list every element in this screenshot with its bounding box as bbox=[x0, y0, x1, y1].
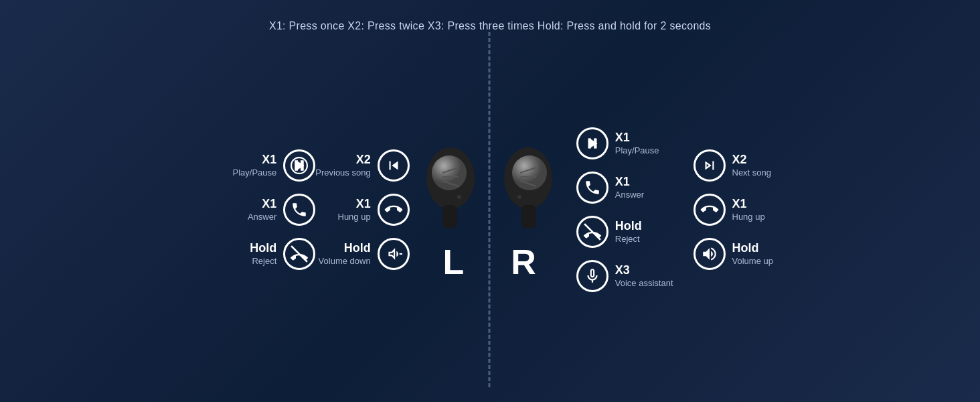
main-content: X1 Play/Pause X1 Answer Hold bbox=[0, 32, 980, 387]
right-reject: Hold Reject bbox=[576, 216, 642, 248]
right-panel: X1 Play/Pause X1 Answer Hold bbox=[563, 32, 980, 387]
right-answer: X1 Answer bbox=[576, 172, 644, 204]
phone-off-icon-left bbox=[283, 238, 315, 270]
left-panel: X1 Play/Pause X1 Answer Hold bbox=[0, 32, 416, 387]
right-voice: X3 Voice assistant bbox=[576, 260, 673, 292]
svg-point-13 bbox=[512, 155, 547, 190]
play-pause-icon-right bbox=[576, 127, 608, 159]
right-col1: X1 Play/Pause X1 Answer Hold bbox=[576, 127, 673, 292]
svg-rect-1 bbox=[295, 160, 298, 170]
center-divider bbox=[489, 32, 491, 387]
play-pause-icon-left bbox=[283, 149, 315, 182]
label-R: R bbox=[511, 242, 536, 282]
earbud-left-svg bbox=[422, 138, 479, 232]
left-vol-down: Hold Volume down bbox=[319, 238, 410, 270]
phone-icon-right-answer bbox=[576, 172, 608, 204]
svg-point-18 bbox=[517, 195, 521, 199]
legend-bar: X1: Press once X2: Press twice X3: Press… bbox=[0, 0, 980, 32]
svg-rect-17 bbox=[521, 205, 536, 228]
left-hung-up: X1 Hung up bbox=[338, 194, 410, 226]
left-play-pause: X1 Play/Pause bbox=[233, 149, 316, 182]
left-col2: X2 Previous song X1 Hung up Hold bbox=[315, 149, 409, 270]
phone-hung-icon-left bbox=[378, 194, 410, 226]
svg-point-11 bbox=[457, 195, 461, 199]
earbuds-center: L R bbox=[416, 32, 563, 387]
earbud-right bbox=[499, 138, 556, 232]
svg-point-6 bbox=[432, 155, 467, 190]
next-icon-right bbox=[693, 149, 726, 182]
right-vol-up: Hold Volume up bbox=[693, 238, 773, 270]
svg-rect-10 bbox=[442, 205, 457, 228]
left-col1: X1 Play/Pause X1 Answer Hold bbox=[233, 149, 316, 270]
vol-up-icon-right bbox=[693, 238, 726, 270]
mic-icon-right bbox=[576, 260, 608, 292]
left-answer: X1 Answer bbox=[248, 194, 315, 226]
prev-icon-left bbox=[378, 149, 410, 182]
phone-icon-left-answer bbox=[283, 194, 315, 226]
svg-rect-2 bbox=[301, 160, 303, 170]
legend-text: X1: Press once X2: Press twice X3: Press… bbox=[0, 0, 980, 32]
phone-hung-icon-right bbox=[693, 194, 726, 226]
left-reject: Hold Reject bbox=[250, 238, 315, 270]
right-hung-up: X1 Hung up bbox=[693, 194, 765, 226]
phone-off-icon-right bbox=[576, 216, 608, 248]
earbud-left bbox=[422, 138, 479, 232]
right-next-song: X2 Next song bbox=[693, 149, 772, 182]
right-col2: X2 Next song X1 Hung up Hold bbox=[693, 149, 773, 270]
left-prev-song: X2 Previous song bbox=[315, 149, 409, 182]
earbud-right-svg bbox=[499, 138, 556, 232]
label-L: L bbox=[443, 242, 465, 282]
vol-down-icon-left bbox=[378, 238, 410, 270]
right-play-pause: X1 Play/Pause bbox=[576, 127, 659, 159]
